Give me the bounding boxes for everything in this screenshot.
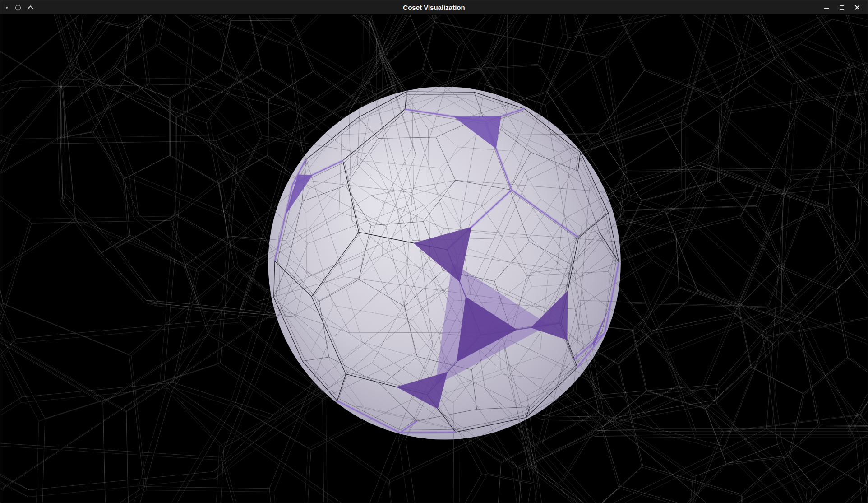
close-icon xyxy=(854,5,860,10)
titlebar[interactable]: Coset Visualization xyxy=(0,0,868,15)
minimize-icon xyxy=(824,8,829,9)
titlebar-left-icons xyxy=(0,5,32,10)
maximize-icon xyxy=(840,5,844,10)
circle-icon[interactable] xyxy=(15,5,21,10)
window-title: Coset Visualization xyxy=(403,0,465,15)
app-window: Coset Visualization xyxy=(0,0,868,503)
close-button[interactable] xyxy=(851,2,863,14)
app-dot-icon[interactable] xyxy=(6,7,8,9)
viewport-canvas[interactable] xyxy=(0,15,868,503)
maximize-button[interactable] xyxy=(836,2,848,14)
viewport xyxy=(0,15,868,503)
chevron-up-icon[interactable] xyxy=(28,5,32,9)
minimize-button[interactable] xyxy=(821,2,832,14)
window-controls xyxy=(821,2,868,14)
